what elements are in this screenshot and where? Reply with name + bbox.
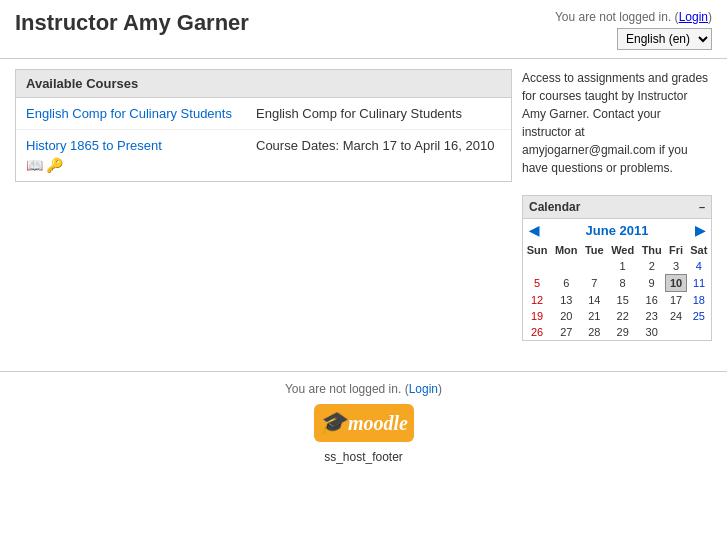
course-description: English Comp for Culinary Students — [246, 98, 511, 130]
calendar-day-cell[interactable]: 17 — [665, 292, 686, 309]
calendar-day-cell[interactable]: 29 — [607, 324, 638, 340]
calendar-day-cell[interactable]: 3 — [665, 258, 686, 275]
calendar-nav: ◀ June 2011 ▶ — [523, 219, 711, 242]
key-icon: 🔑 — [46, 157, 62, 173]
calendar-month-label: June 2011 — [586, 223, 649, 238]
calendar-day-cell[interactable]: 6 — [551, 275, 581, 292]
calendar-day-cell[interactable]: 5 — [523, 275, 551, 292]
moodle-brand-text: moodle — [348, 412, 408, 435]
book-icon: 📖 — [26, 157, 42, 173]
calendar-prev-button[interactable]: ◀ — [529, 223, 539, 238]
header-right: You are not logged in. (Login) English (… — [555, 10, 712, 50]
header-login-link[interactable]: Login — [679, 10, 708, 24]
calendar-day-cell[interactable]: 14 — [581, 292, 607, 309]
calendar-day-header: Mon — [551, 242, 581, 258]
calendar-day-cell[interactable]: 16 — [638, 292, 666, 309]
calendar-week-row: 12131415161718 — [523, 292, 711, 309]
calendar-day-cell — [551, 258, 581, 275]
calendar-title: Calendar — [529, 200, 580, 214]
calendar-day-header: Sat — [687, 242, 711, 258]
table-row: History 1865 to Present📖🔑Course Dates: M… — [16, 130, 511, 182]
language-select[interactable]: English (en) — [617, 28, 712, 50]
calendar-collapse-icon[interactable]: – — [699, 201, 705, 213]
page-title: Instructor Amy Garner — [15, 10, 249, 36]
calendar-day-cell — [687, 324, 711, 340]
footer-login-status: You are not logged in. (Login) — [0, 382, 727, 396]
moodle-cap-icon: 🎓 — [319, 410, 346, 436]
footer-login-link[interactable]: Login — [409, 382, 438, 396]
available-courses-box: Available Courses English Comp for Culin… — [15, 69, 512, 182]
calendar-header: Calendar – — [523, 196, 711, 219]
calendar-day-cell[interactable]: 20 — [551, 308, 581, 324]
calendar-day-cell[interactable]: 23 — [638, 308, 666, 324]
course-link-1[interactable]: History 1865 to Present — [26, 138, 162, 153]
course-link-0[interactable]: English Comp for Culinary Students — [26, 106, 232, 121]
calendar-day-header: Wed — [607, 242, 638, 258]
calendar-day-cell[interactable]: 1 — [607, 258, 638, 275]
calendar-week-row: 1234 — [523, 258, 711, 275]
calendar-week-row: 567891011 — [523, 275, 711, 292]
right-panel: Access to assignments and grades for cou… — [522, 69, 712, 341]
calendar-day-cell[interactable]: 24 — [665, 308, 686, 324]
page-footer: You are not logged in. (Login) 🎓 moodle … — [0, 371, 727, 474]
moodle-logo: 🎓 moodle — [314, 404, 414, 442]
calendar-day-cell[interactable]: 4 — [687, 258, 711, 275]
calendar-day-cell[interactable]: 19 — [523, 308, 551, 324]
calendar-day-cell[interactable]: 27 — [551, 324, 581, 340]
table-row: English Comp for Culinary StudentsEnglis… — [16, 98, 511, 130]
calendar-day-cell[interactable]: 26 — [523, 324, 551, 340]
calendar-day-cell[interactable]: 28 — [581, 324, 607, 340]
calendar-day-header: Thu — [638, 242, 666, 258]
calendar-week-row: 2627282930 — [523, 324, 711, 340]
footer-not-logged-in-text: You are not logged in. — [285, 382, 401, 396]
page-header: Instructor Amy Garner You are not logged… — [0, 0, 727, 59]
calendar-day-cell[interactable]: 21 — [581, 308, 607, 324]
calendar-day-cell[interactable]: 22 — [607, 308, 638, 324]
calendar-day-cell — [581, 258, 607, 275]
main-content: Available Courses English Comp for Culin… — [0, 59, 727, 351]
calendar-day-header: Fri — [665, 242, 686, 258]
info-text: Access to assignments and grades for cou… — [522, 69, 712, 185]
calendar-next-button[interactable]: ▶ — [695, 223, 705, 238]
calendar-day-header: Sun — [523, 242, 551, 258]
calendar-table: SunMonTueWedThuFriSat 123456789101112131… — [523, 242, 711, 340]
calendar-week-row: 19202122232425 — [523, 308, 711, 324]
course-icons: 📖🔑 — [26, 157, 236, 173]
login-status-text: You are not logged in. — [555, 10, 671, 24]
calendar-day-cell[interactable]: 7 — [581, 275, 607, 292]
calendar-day-cell[interactable]: 18 — [687, 292, 711, 309]
footer-hostname: ss_host_footer — [0, 450, 727, 464]
calendar-day-cell — [665, 324, 686, 340]
courses-section-title: Available Courses — [16, 70, 511, 98]
calendar-day-cell — [523, 258, 551, 275]
calendar-day-cell[interactable]: 13 — [551, 292, 581, 309]
course-description: Course Dates: March 17 to April 16, 2010 — [246, 130, 511, 182]
calendar-day-cell[interactable]: 12 — [523, 292, 551, 309]
courses-table: English Comp for Culinary StudentsEnglis… — [16, 98, 511, 181]
calendar-day-cell[interactable]: 9 — [638, 275, 666, 292]
calendar-box: Calendar – ◀ June 2011 ▶ SunMonTueWedThu… — [522, 195, 712, 341]
calendar-day-header: Tue — [581, 242, 607, 258]
calendar-day-cell[interactable]: 11 — [687, 275, 711, 292]
calendar-day-cell[interactable]: 2 — [638, 258, 666, 275]
calendar-day-cell[interactable]: 8 — [607, 275, 638, 292]
calendar-day-cell[interactable]: 10 — [665, 275, 686, 292]
left-panel: Available Courses English Comp for Culin… — [15, 69, 512, 341]
calendar-day-cell[interactable]: 15 — [607, 292, 638, 309]
calendar-day-cell[interactable]: 30 — [638, 324, 666, 340]
calendar-day-cell[interactable]: 25 — [687, 308, 711, 324]
